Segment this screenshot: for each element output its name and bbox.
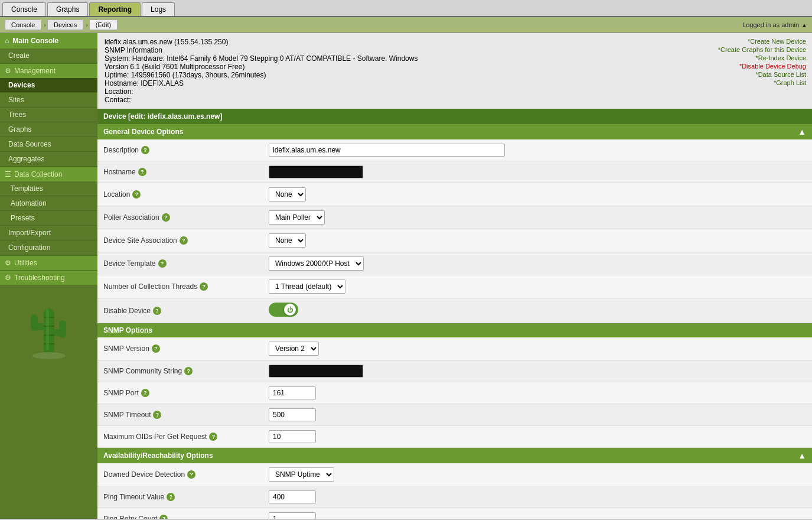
snmp-port-row: SNMP Port ? bbox=[97, 382, 812, 404]
snmp-community-input[interactable] bbox=[269, 365, 363, 378]
sidebar-item-graphs[interactable]: Graphs bbox=[0, 122, 97, 137]
data-source-list-link[interactable]: *Data Source List bbox=[653, 71, 806, 78]
breadcrumb-console[interactable]: Console bbox=[5, 20, 41, 30]
tab-graphs[interactable]: Graphs bbox=[47, 2, 88, 16]
snmp-timeout-row: SNMP Timeout ? bbox=[97, 404, 812, 426]
ping-timeout-label: Ping Timeout Value ? bbox=[103, 493, 269, 501]
sidebar-item-import-export[interactable]: Import/Export bbox=[0, 226, 97, 240]
troubleshooting-icon: ⚙ bbox=[5, 274, 11, 282]
general-section-body: Description ? Hostname ? bbox=[97, 139, 812, 323]
description-row: Description ? bbox=[97, 139, 812, 161]
downed-detection-label: Downed Device Detection ? bbox=[103, 470, 269, 479]
snmp-timeout-label: SNMP Timeout ? bbox=[103, 411, 269, 419]
description-help[interactable]: ? bbox=[141, 146, 149, 154]
ping-timeout-help[interactable]: ? bbox=[167, 493, 175, 501]
sidebar-management[interactable]: ⚙ Management bbox=[0, 63, 97, 78]
template-help[interactable]: ? bbox=[158, 259, 167, 268]
snmp-port-help[interactable]: ? bbox=[141, 389, 149, 397]
sidebar-item-configuration[interactable]: Configuration bbox=[0, 240, 97, 255]
general-collapse-icon[interactable]: ▲ bbox=[798, 127, 806, 136]
create-new-device-link[interactable]: *Create New Device bbox=[653, 38, 806, 45]
hostname-input[interactable] bbox=[269, 165, 363, 178]
hostname-help[interactable]: ? bbox=[138, 168, 146, 176]
info-line-2: Version 6.1 (Build 7601 Multiprocessor F… bbox=[105, 63, 640, 71]
snmp-community-row: SNMP Community String ? bbox=[97, 360, 812, 382]
threads-control: 1 Thread (default) bbox=[269, 280, 806, 294]
ping-retry-help[interactable]: ? bbox=[159, 515, 168, 519]
sidebar-main-console[interactable]: ⌂ Main Console bbox=[0, 33, 97, 48]
disable-debug-link[interactable]: *Disable Device Debug bbox=[653, 63, 806, 70]
tab-logs[interactable]: Logs bbox=[142, 2, 175, 16]
sidebar-item-templates[interactable]: Templates bbox=[0, 181, 97, 196]
hostname-control bbox=[269, 165, 806, 178]
sidebar-troubleshooting[interactable]: ⚙ Troubleshooting bbox=[0, 270, 97, 285]
site-help[interactable]: ? bbox=[180, 236, 188, 245]
max-oids-input[interactable] bbox=[269, 430, 316, 443]
threads-select[interactable]: 1 Thread (default) bbox=[269, 280, 345, 294]
poller-select[interactable]: Main Poller bbox=[269, 210, 325, 225]
breadcrumb-sep-2: › bbox=[86, 21, 88, 28]
sidebar-item-presets[interactable]: Presets bbox=[0, 211, 97, 226]
max-oids-row: Maximum OIDs Per Get Request ? bbox=[97, 426, 812, 448]
sidebar-item-sites[interactable]: Sites bbox=[0, 93, 97, 108]
tab-console[interactable]: Console bbox=[2, 2, 46, 16]
sidebar-item-automation[interactable]: Automation bbox=[0, 196, 97, 211]
template-select[interactable]: Windows 2000/XP Host bbox=[269, 256, 364, 271]
troubleshooting-label: Troubleshooting bbox=[14, 274, 65, 282]
template-control: Windows 2000/XP Host bbox=[269, 256, 806, 271]
info-line-3: Uptime: 1495961560 (173days, 3hours, 26m… bbox=[105, 71, 640, 79]
snmp-version-help[interactable]: ? bbox=[152, 344, 160, 353]
template-row: Device Template ? Windows 2000/XP Host bbox=[97, 252, 812, 275]
svg-rect-4 bbox=[59, 320, 66, 338]
sidebar: ⌂ Main Console Create ⚙ Management Devic… bbox=[0, 33, 97, 519]
sidebar-item-data-sources[interactable]: Data Sources bbox=[0, 137, 97, 152]
sidebar-item-trees[interactable]: Trees bbox=[0, 108, 97, 122]
location-select[interactable]: None bbox=[269, 187, 306, 202]
snmp-version-select[interactable]: Version 2 bbox=[269, 342, 319, 356]
snmp-port-input[interactable] bbox=[269, 386, 316, 399]
sidebar-item-aggregates[interactable]: Aggregates bbox=[0, 152, 97, 167]
snmp-community-label: SNMP Community String ? bbox=[103, 367, 269, 375]
disable-help[interactable]: ? bbox=[153, 307, 161, 315]
site-row: Device Site Association ? None bbox=[97, 229, 812, 252]
hostname-row: Hostname ? bbox=[97, 161, 812, 183]
poller-help[interactable]: ? bbox=[162, 213, 170, 222]
ping-retry-input[interactable] bbox=[269, 512, 316, 519]
sidebar-data-collection[interactable]: ☰ Data Collection bbox=[0, 167, 97, 181]
ping-timeout-input[interactable] bbox=[269, 490, 316, 503]
disable-toggle[interactable]: ⏻ bbox=[269, 303, 298, 317]
breadcrumb-devices[interactable]: Devices bbox=[47, 20, 83, 30]
downed-detection-select[interactable]: SNMP Uptime bbox=[269, 467, 334, 482]
site-select[interactable]: None bbox=[269, 233, 306, 248]
max-oids-help[interactable]: ? bbox=[209, 433, 217, 441]
logged-in-status: Logged in as admin ▲ bbox=[742, 21, 807, 28]
graph-list-link[interactable]: *Graph List bbox=[653, 79, 806, 86]
tab-reporting[interactable]: Reporting bbox=[89, 2, 141, 16]
snmp-version-label: SNMP Version ? bbox=[103, 344, 269, 353]
re-index-link[interactable]: *Re-Index Device bbox=[653, 54, 806, 61]
breadcrumb-edit[interactable]: (Edit) bbox=[89, 20, 118, 30]
snmp-timeout-input[interactable] bbox=[269, 408, 316, 421]
disable-row: Disable Device ? ⏻ bbox=[97, 298, 812, 323]
user-menu-arrow[interactable]: ▲ bbox=[801, 22, 807, 28]
create-graphs-link[interactable]: *Create Graphs for this Device bbox=[653, 46, 806, 53]
downed-detection-help[interactable]: ? bbox=[187, 470, 195, 479]
threads-help[interactable]: ? bbox=[200, 282, 208, 291]
management-icon: ⚙ bbox=[5, 67, 11, 75]
snmp-timeout-help[interactable]: ? bbox=[153, 411, 161, 419]
logged-in-text: Logged in as admin bbox=[742, 21, 799, 28]
snmp-section-bar: SNMP Options bbox=[97, 323, 812, 337]
hostname-label: Hostname ? bbox=[103, 168, 269, 176]
sidebar-utilities[interactable]: ⚙ Utilities bbox=[0, 255, 97, 270]
location-help[interactable]: ? bbox=[132, 190, 141, 199]
sidebar-item-create[interactable]: Create bbox=[0, 48, 97, 63]
data-collection-label: Data Collection bbox=[14, 170, 62, 178]
snmp-community-help[interactable]: ? bbox=[184, 367, 193, 375]
main-layout: ⌂ Main Console Create ⚙ Management Devic… bbox=[0, 33, 812, 519]
description-input[interactable] bbox=[269, 144, 505, 157]
management-label: Management bbox=[14, 67, 56, 75]
availability-section-body: Downed Device Detection ? SNMP Uptime Pi… bbox=[97, 463, 812, 519]
availability-collapse-icon[interactable]: ▲ bbox=[798, 451, 806, 460]
threads-row: Number of Collection Threads ? 1 Thread … bbox=[97, 275, 812, 298]
sidebar-item-devices[interactable]: Devices bbox=[0, 78, 97, 93]
